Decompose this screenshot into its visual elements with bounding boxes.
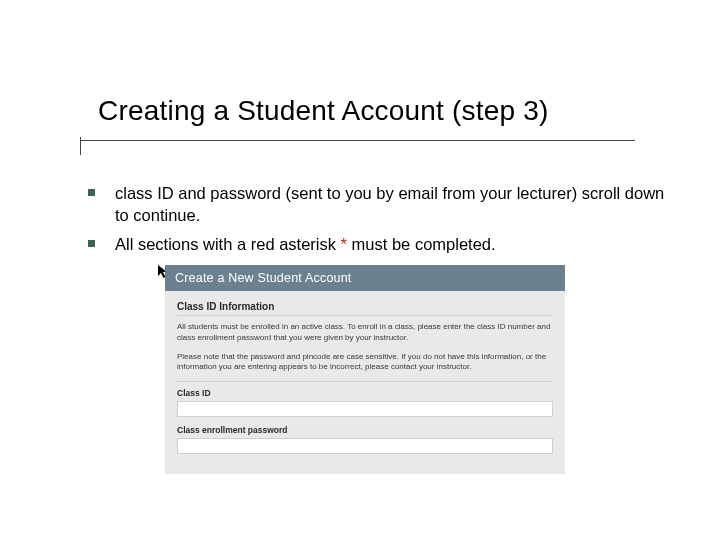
divider bbox=[177, 315, 553, 316]
title-wrap: Creating a Student Account (step 3) bbox=[98, 95, 549, 127]
paragraph: All students must be enrolled in an acti… bbox=[177, 322, 553, 344]
class-id-label: Class ID bbox=[177, 388, 553, 398]
title-underline bbox=[80, 140, 635, 141]
class-id-input[interactable] bbox=[177, 401, 553, 417]
divider bbox=[177, 381, 553, 382]
bullet-text: class ID and password (sent to you by em… bbox=[115, 182, 668, 227]
slide-title: Creating a Student Account (step 3) bbox=[98, 95, 549, 127]
paragraph: Please note that the password and pincod… bbox=[177, 352, 553, 374]
bullet-text-pre: All sections with a red asterisk bbox=[115, 235, 341, 253]
enrollment-password-input[interactable] bbox=[177, 438, 553, 454]
slide: Creating a Student Account (step 3) clas… bbox=[0, 0, 720, 540]
title-tick bbox=[80, 137, 81, 155]
embedded-header: Create a New Student Account bbox=[165, 265, 565, 291]
bullet-text-post: must be completed. bbox=[347, 235, 496, 253]
bullet-text: All sections with a red asterisk * must … bbox=[115, 233, 668, 255]
enrollment-password-label: Class enrollment password bbox=[177, 425, 553, 435]
embedded-body: Class ID Information All students must b… bbox=[165, 291, 565, 474]
bullet-list: class ID and password (sent to you by em… bbox=[88, 182, 668, 261]
embedded-screenshot: Create a New Student Account Class ID In… bbox=[165, 265, 565, 474]
square-bullet-icon bbox=[88, 240, 95, 247]
bullet-item: All sections with a red asterisk * must … bbox=[88, 233, 668, 255]
bullet-item: class ID and password (sent to you by em… bbox=[88, 182, 668, 227]
section-heading: Class ID Information bbox=[177, 301, 553, 312]
square-bullet-icon bbox=[88, 189, 95, 196]
